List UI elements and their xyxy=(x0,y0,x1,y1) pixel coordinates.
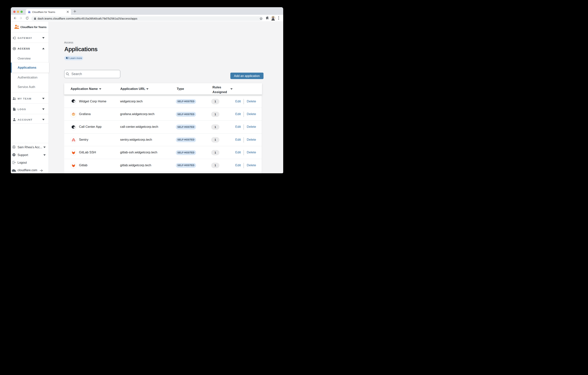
svg-text:?: ? xyxy=(13,154,14,156)
